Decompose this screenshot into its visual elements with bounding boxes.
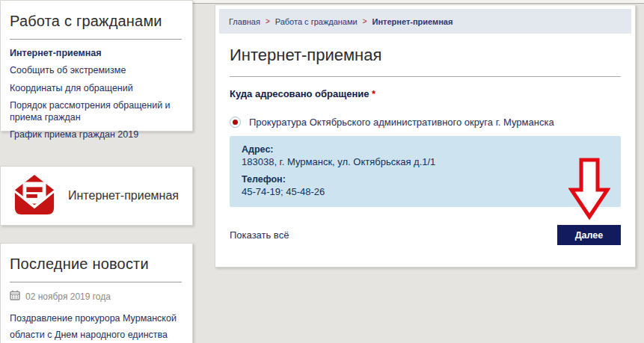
sidebar-item-internet-reception[interactable]: Интернет-приемная	[10, 47, 182, 59]
radio-dot	[233, 120, 238, 125]
show-all-link[interactable]: Показать всё	[230, 229, 289, 241]
page-title: Интернет-приемная	[230, 46, 621, 65]
news-item-date: 02 ноября 2019 года	[25, 291, 111, 302]
phone-value: 45-74-19; 45-48-26	[242, 186, 609, 197]
divider	[10, 39, 182, 40]
radio-button-selected[interactable]	[230, 117, 241, 128]
office-details-box: Адрес: 183038, г. Мурманск, ул. Октябрьс…	[230, 136, 621, 207]
form-actions: Показать всё Далее	[230, 225, 621, 245]
divider	[10, 282, 182, 282]
breadcrumb: Главная > Работа с гражданами > Интернет…	[219, 9, 631, 34]
breadcrumb-separator: >	[363, 17, 367, 25]
phone-label: Телефон:	[242, 174, 609, 185]
sidebar-item-report-extremism[interactable]: Сообщить об экстремизме	[10, 64, 182, 76]
sidebar-item-contacts[interactable]: Координаты для обращений	[10, 82, 182, 94]
envelope-icon	[13, 173, 56, 219]
calendar-icon	[10, 290, 20, 303]
next-button[interactable]: Далее	[557, 225, 621, 245]
page: Работа с гражданами Интернет-приемная Со…	[0, 0, 644, 343]
phone-group: Телефон: 45-74-19; 45-48-26	[242, 174, 609, 197]
breadcrumb-current: Интернет-приемная	[372, 17, 453, 26]
address-value: 183038, г. Мурманск, ул. Октябрьская д.1…	[242, 156, 609, 167]
breadcrumb-separator: >	[266, 17, 270, 25]
sidebar-section-title: Работа с гражданами	[10, 13, 182, 30]
breadcrumb-citizens[interactable]: Работа с гражданами	[275, 17, 358, 26]
reception-widget[interactable]: Интернет-приемная	[0, 166, 193, 226]
question-label-text: Куда адресовано обращение	[230, 88, 369, 99]
question-label: Куда адресовано обращение *	[230, 88, 621, 99]
radio-option-label: Прокуратура Октябрьского административно…	[249, 117, 554, 128]
required-asterisk: *	[372, 88, 375, 99]
breadcrumb-home[interactable]: Главная	[229, 17, 260, 26]
reception-widget-label: Интернет-приемная	[68, 189, 179, 203]
news-title: Последние новости	[10, 256, 182, 273]
sidebar-item-reception-schedule[interactable]: График приема граждан 2019	[10, 129, 182, 140]
news-date-row: 02 ноября 2019 года	[10, 290, 182, 303]
sidebar-section-citizens: Работа с гражданами Интернет-приемная Со…	[0, 0, 193, 132]
news-widget: Последние новости 02 ноября 2019 года По…	[0, 243, 193, 343]
address-group: Адрес: 183038, г. Мурманск, ул. Октябрьс…	[242, 144, 609, 167]
divider	[230, 76, 621, 77]
prosecutor-office-option[interactable]: Прокуратура Октябрьского административно…	[230, 117, 621, 128]
sidebar-item-review-procedure[interactable]: Порядок рассмотрения обращений и приема …	[10, 99, 182, 124]
address-label: Адрес:	[242, 144, 609, 155]
sidebar-nav-list: Интернет-приемная Сообщить об экстремизм…	[10, 47, 182, 141]
news-item-link[interactable]: Поздравление прокурора Мурманской област…	[10, 311, 182, 343]
form-area: Интернет-приемная Куда адресовано обраще…	[215, 46, 635, 245]
main-content-card: Главная > Работа с гражданами > Интернет…	[215, 4, 636, 268]
